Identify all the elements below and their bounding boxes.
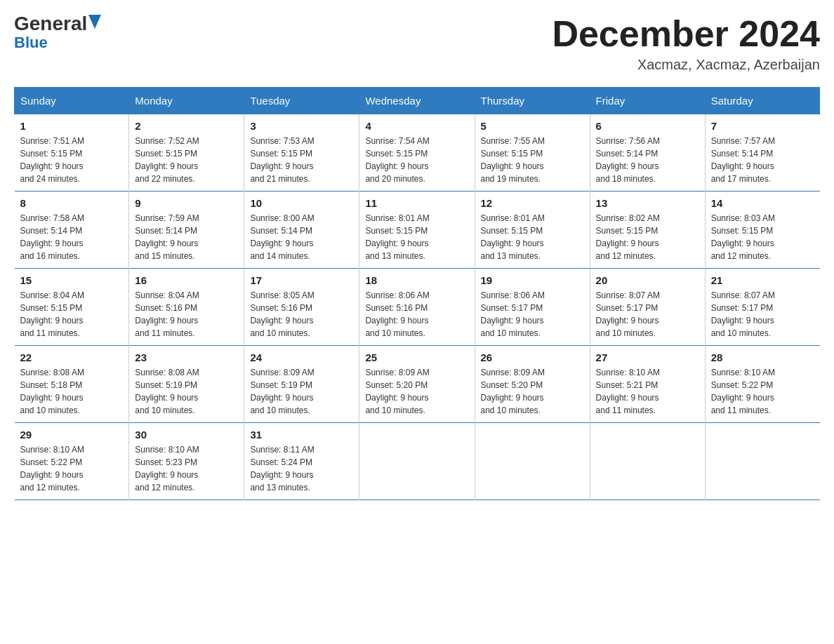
day-info: Sunrise: 8:10 AMSunset: 5:23 PMDaylight:… xyxy=(135,443,238,494)
day-info: Sunrise: 7:55 AMSunset: 5:15 PMDaylight:… xyxy=(481,135,584,185)
calendar-cell: 21Sunrise: 8:07 AMSunset: 5:17 PMDayligh… xyxy=(705,269,819,346)
calendar-title-area: December 2024 Xacmaz, Xacmaz, Azerbaijan xyxy=(552,14,820,73)
day-info: Sunrise: 8:09 AMSunset: 5:20 PMDaylight:… xyxy=(365,366,468,417)
day-info: Sunrise: 8:06 AMSunset: 5:16 PMDaylight:… xyxy=(365,289,468,340)
calendar-cell: 1Sunrise: 7:51 AMSunset: 5:15 PMDaylight… xyxy=(15,114,129,192)
day-number: 19 xyxy=(481,274,584,286)
calendar-week-row: 22Sunrise: 8:08 AMSunset: 5:18 PMDayligh… xyxy=(15,346,820,423)
day-number: 22 xyxy=(20,351,124,363)
calendar-cell: 17Sunrise: 8:05 AMSunset: 5:16 PMDayligh… xyxy=(244,269,359,346)
day-info: Sunrise: 8:10 AMSunset: 5:21 PMDaylight:… xyxy=(596,366,699,417)
location-subtitle: Xacmaz, Xacmaz, Azerbaijan xyxy=(552,57,820,73)
day-number: 10 xyxy=(250,197,353,209)
calendar-cell: 8Sunrise: 7:58 AMSunset: 5:14 PMDaylight… xyxy=(15,192,129,269)
logo-arrow-icon xyxy=(88,15,101,29)
calendar-cell: 23Sunrise: 8:08 AMSunset: 5:19 PMDayligh… xyxy=(129,346,244,423)
calendar-cell: 9Sunrise: 7:59 AMSunset: 5:14 PMDaylight… xyxy=(129,192,244,269)
day-info: Sunrise: 8:04 AMSunset: 5:16 PMDaylight:… xyxy=(135,289,238,340)
day-info: Sunrise: 8:04 AMSunset: 5:15 PMDaylight:… xyxy=(20,289,124,340)
day-info: Sunrise: 7:58 AMSunset: 5:14 PMDaylight:… xyxy=(20,212,124,262)
day-info: Sunrise: 8:10 AMSunset: 5:22 PMDaylight:… xyxy=(711,366,814,417)
day-number: 29 xyxy=(20,429,124,441)
calendar-table: SundayMondayTuesdayWednesdayThursdayFrid… xyxy=(14,87,820,500)
day-info: Sunrise: 7:54 AMSunset: 5:15 PMDaylight:… xyxy=(365,135,468,185)
day-number: 9 xyxy=(135,197,238,209)
day-number: 1 xyxy=(20,120,124,132)
day-info: Sunrise: 8:09 AMSunset: 5:19 PMDaylight:… xyxy=(250,366,353,417)
logo-general: General xyxy=(14,14,87,34)
day-number: 5 xyxy=(481,120,584,132)
day-info: Sunrise: 8:05 AMSunset: 5:16 PMDaylight:… xyxy=(250,289,353,340)
calendar-cell: 29Sunrise: 8:10 AMSunset: 5:22 PMDayligh… xyxy=(15,423,129,500)
header-monday: Monday xyxy=(129,88,244,114)
day-info: Sunrise: 8:08 AMSunset: 5:19 PMDaylight:… xyxy=(135,366,238,417)
day-number: 26 xyxy=(481,351,584,363)
day-number: 20 xyxy=(596,274,699,286)
page-header: General Blue December 2024 Xacmaz, Xacma… xyxy=(14,14,820,73)
calendar-cell: 14Sunrise: 8:03 AMSunset: 5:15 PMDayligh… xyxy=(705,192,819,269)
month-title: December 2024 xyxy=(552,14,820,54)
header-sunday: Sunday xyxy=(15,88,129,114)
calendar-cell: 2Sunrise: 7:52 AMSunset: 5:15 PMDaylight… xyxy=(129,114,244,192)
calendar-cell: 6Sunrise: 7:56 AMSunset: 5:14 PMDaylight… xyxy=(590,114,705,192)
header-saturday: Saturday xyxy=(705,88,819,114)
calendar-cell: 19Sunrise: 8:06 AMSunset: 5:17 PMDayligh… xyxy=(475,269,590,346)
day-info: Sunrise: 7:53 AMSunset: 5:15 PMDaylight:… xyxy=(250,135,353,185)
day-number: 2 xyxy=(135,120,238,132)
calendar-header-row: SundayMondayTuesdayWednesdayThursdayFrid… xyxy=(15,88,820,114)
day-number: 18 xyxy=(365,274,468,286)
day-info: Sunrise: 7:56 AMSunset: 5:14 PMDaylight:… xyxy=(596,135,699,185)
logo-blue: Blue xyxy=(14,34,48,52)
day-number: 3 xyxy=(250,120,353,132)
day-info: Sunrise: 8:02 AMSunset: 5:15 PMDaylight:… xyxy=(596,212,699,262)
day-number: 15 xyxy=(20,274,124,286)
calendar-cell: 16Sunrise: 8:04 AMSunset: 5:16 PMDayligh… xyxy=(129,269,244,346)
day-info: Sunrise: 8:06 AMSunset: 5:17 PMDaylight:… xyxy=(481,289,584,340)
calendar-cell: 10Sunrise: 8:00 AMSunset: 5:14 PMDayligh… xyxy=(244,192,359,269)
calendar-cell: 5Sunrise: 7:55 AMSunset: 5:15 PMDaylight… xyxy=(475,114,590,192)
calendar-cell: 15Sunrise: 8:04 AMSunset: 5:15 PMDayligh… xyxy=(15,269,129,346)
day-info: Sunrise: 7:51 AMSunset: 5:15 PMDaylight:… xyxy=(20,135,124,185)
day-number: 30 xyxy=(135,429,238,441)
calendar-week-row: 29Sunrise: 8:10 AMSunset: 5:22 PMDayligh… xyxy=(15,423,820,500)
day-number: 21 xyxy=(711,274,814,286)
day-info: Sunrise: 7:59 AMSunset: 5:14 PMDaylight:… xyxy=(135,212,238,262)
day-number: 17 xyxy=(250,274,353,286)
day-info: Sunrise: 8:10 AMSunset: 5:22 PMDaylight:… xyxy=(20,443,124,494)
day-info: Sunrise: 7:57 AMSunset: 5:14 PMDaylight:… xyxy=(711,135,814,185)
day-number: 7 xyxy=(711,120,814,132)
calendar-cell: 13Sunrise: 8:02 AMSunset: 5:15 PMDayligh… xyxy=(590,192,705,269)
calendar-cell: 11Sunrise: 8:01 AMSunset: 5:15 PMDayligh… xyxy=(359,192,475,269)
day-number: 24 xyxy=(250,351,353,363)
day-info: Sunrise: 8:08 AMSunset: 5:18 PMDaylight:… xyxy=(20,366,124,417)
day-info: Sunrise: 8:01 AMSunset: 5:15 PMDaylight:… xyxy=(481,212,584,262)
day-number: 23 xyxy=(135,351,238,363)
calendar-cell: 25Sunrise: 8:09 AMSunset: 5:20 PMDayligh… xyxy=(359,346,475,423)
calendar-cell: 31Sunrise: 8:11 AMSunset: 5:24 PMDayligh… xyxy=(244,423,359,500)
calendar-cell: 28Sunrise: 8:10 AMSunset: 5:22 PMDayligh… xyxy=(705,346,819,423)
header-tuesday: Tuesday xyxy=(244,88,359,114)
calendar-cell: 3Sunrise: 7:53 AMSunset: 5:15 PMDaylight… xyxy=(244,114,359,192)
logo: General Blue xyxy=(14,14,101,52)
calendar-cell: 24Sunrise: 8:09 AMSunset: 5:19 PMDayligh… xyxy=(244,346,359,423)
day-number: 12 xyxy=(481,197,584,209)
calendar-cell: 18Sunrise: 8:06 AMSunset: 5:16 PMDayligh… xyxy=(359,269,475,346)
svg-marker-0 xyxy=(88,15,101,29)
calendar-cell xyxy=(475,423,590,500)
calendar-cell: 26Sunrise: 8:09 AMSunset: 5:20 PMDayligh… xyxy=(475,346,590,423)
day-info: Sunrise: 8:11 AMSunset: 5:24 PMDaylight:… xyxy=(250,443,353,494)
day-info: Sunrise: 8:07 AMSunset: 5:17 PMDaylight:… xyxy=(711,289,814,340)
calendar-cell: 20Sunrise: 8:07 AMSunset: 5:17 PMDayligh… xyxy=(590,269,705,346)
day-number: 28 xyxy=(711,351,814,363)
day-number: 25 xyxy=(365,351,468,363)
header-friday: Friday xyxy=(590,88,705,114)
header-thursday: Thursday xyxy=(475,88,590,114)
calendar-cell: 4Sunrise: 7:54 AMSunset: 5:15 PMDaylight… xyxy=(359,114,475,192)
calendar-cell: 7Sunrise: 7:57 AMSunset: 5:14 PMDaylight… xyxy=(705,114,819,192)
day-number: 11 xyxy=(365,197,468,209)
calendar-cell: 22Sunrise: 8:08 AMSunset: 5:18 PMDayligh… xyxy=(15,346,129,423)
day-number: 13 xyxy=(596,197,699,209)
calendar-cell: 30Sunrise: 8:10 AMSunset: 5:23 PMDayligh… xyxy=(129,423,244,500)
day-info: Sunrise: 8:07 AMSunset: 5:17 PMDaylight:… xyxy=(596,289,699,340)
calendar-cell xyxy=(705,423,819,500)
